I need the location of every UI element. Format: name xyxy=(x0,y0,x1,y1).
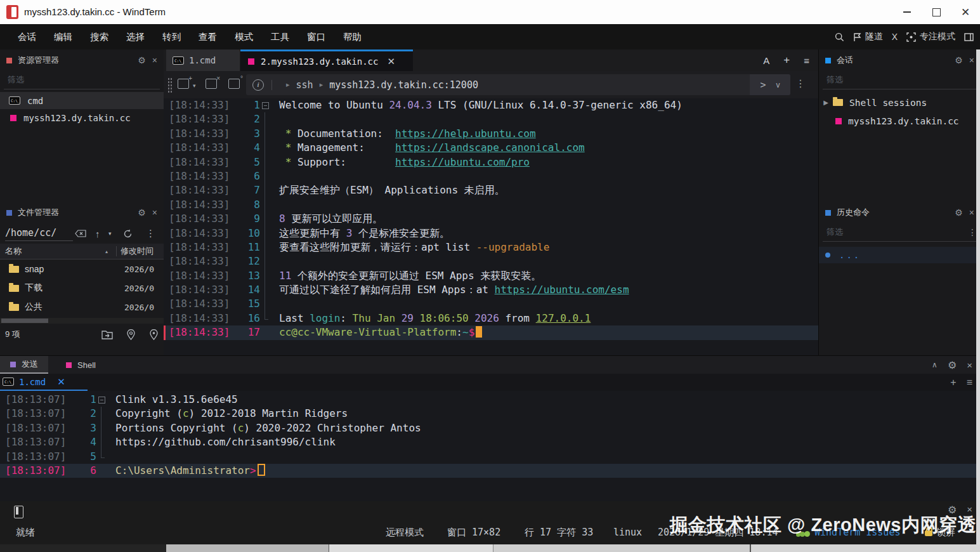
fold-guide xyxy=(96,421,107,435)
horizontal-scrollbar[interactable] xyxy=(0,318,164,324)
tab-menu-icon[interactable]: ≡ xyxy=(804,55,809,66)
location-target-icon[interactable] xyxy=(149,329,159,340)
bottom-tab-1-cmd[interactable]: C:\_ 1.cmd ✕ xyxy=(3,374,65,390)
fold-guide xyxy=(260,141,270,155)
bottom-terminal[interactable]: [18:13:07]1Clink v1.3.15.6e6e45[18:13:07… xyxy=(0,393,980,478)
path-input[interactable]: /home/cc/ xyxy=(5,226,73,241)
close-pane-icon[interactable]: × xyxy=(206,79,217,89)
session-group-shell-sessions[interactable]: ▶ Shell sessions xyxy=(819,93,980,112)
minimize-button[interactable] xyxy=(892,0,922,24)
line-timestamp: [18:14:33] xyxy=(164,297,232,311)
close-icon[interactable]: × xyxy=(152,55,157,65)
open-folder-icon[interactable] xyxy=(101,329,113,339)
session-filter-input[interactable]: 筛选 xyxy=(823,71,977,89)
menu-item-1[interactable]: 编辑 xyxy=(45,31,81,43)
line-timestamp: [18:13:07] xyxy=(0,393,69,407)
right-sidebar: 会话 ⚙ × 筛选 ▶ Shell sessions myssh123.dy.t… xyxy=(818,49,980,355)
gear-icon[interactable]: ⚙ xyxy=(955,55,963,65)
close-icon[interactable]: × xyxy=(969,207,974,218)
menu-item-8[interactable]: 窗口 xyxy=(298,31,334,43)
tab-2-myssh[interactable]: 2.myssh123.dy.takin.cc ✕ xyxy=(240,49,413,71)
menu-item-9[interactable]: 帮助 xyxy=(334,31,370,43)
pane-caret-icon[interactable]: ▾ xyxy=(193,82,196,89)
tab-close-icon[interactable]: ✕ xyxy=(387,56,395,67)
close-button[interactable]: ✕ xyxy=(951,0,980,24)
column-modified[interactable]: 修改时间 xyxy=(121,246,154,257)
history-item[interactable]: ... xyxy=(819,247,980,263)
menu-item-2[interactable]: 搜索 xyxy=(81,31,117,43)
tab-close-icon[interactable]: ✕ xyxy=(57,376,65,388)
terminal-line-5: [18:14:33]5 * Support: https://ubuntu.co… xyxy=(164,155,818,169)
line-timestamp: [18:14:33] xyxy=(164,227,232,240)
expand-arrow-icon[interactable]: ▶ xyxy=(821,99,830,106)
kebab-menu-icon[interactable]: ⋮ xyxy=(146,228,155,239)
status-os[interactable]: linux xyxy=(613,527,642,538)
info-icon[interactable]: i xyxy=(252,79,264,91)
status-remote-mode[interactable]: 远程模式 xyxy=(386,527,424,539)
close-icon[interactable]: × xyxy=(152,207,157,218)
chevron-down-icon[interactable]: ▾ xyxy=(108,230,112,237)
kebab-menu-icon[interactable]: ⋮ xyxy=(968,227,977,237)
layout-icon[interactable] xyxy=(964,33,974,41)
session-item-myssh[interactable]: myssh123.dy.takin.cc xyxy=(819,112,980,130)
kebab-menu-icon[interactable]: ⋮ xyxy=(795,77,806,89)
tab-menu-icon[interactable]: ≡ xyxy=(967,377,972,388)
history-filter-input[interactable]: 筛选 ⋮ xyxy=(823,223,977,242)
protocol-label[interactable]: ssh xyxy=(296,79,313,91)
menu-item-7[interactable]: 工具 xyxy=(262,31,298,43)
file-table-header[interactable]: 名称 ▴ 修改时间 xyxy=(0,244,164,260)
left-sidebar: 资源管理器 ⚙ × 筛选 C:\_cmdmyssh123.dy.takin.cc… xyxy=(0,49,164,355)
menu-item-5[interactable]: 查看 xyxy=(190,31,226,43)
menu-item-4[interactable]: 转到 xyxy=(154,31,190,43)
status-line-char[interactable]: 行 17 字符 33 xyxy=(525,527,593,539)
line-content xyxy=(270,169,279,183)
windterm-status-logo-icon xyxy=(14,506,23,518)
maximize-button[interactable] xyxy=(922,0,951,24)
gear-icon[interactable]: ⚙ xyxy=(138,207,146,218)
explorer-item-1[interactable]: myssh123.dy.takin.cc xyxy=(0,109,164,126)
main-terminal[interactable]: [18:14:33]1Welcome to Ubuntu 24.04.3 LTS… xyxy=(164,98,818,340)
status-window-size[interactable]: 窗口 17×82 xyxy=(447,527,500,539)
gear-icon[interactable]: ⚙ xyxy=(948,359,957,371)
close-icon[interactable]: × xyxy=(969,55,974,65)
dropdown-chevron-icon[interactable]: v xyxy=(776,81,780,89)
terminal-line-1: [18:13:07]1Clink v1.3.15.6e6e45 xyxy=(0,393,980,407)
window-edge-scrollbar[interactable] xyxy=(976,49,980,544)
menu-item-6[interactable]: 模式 xyxy=(226,31,262,43)
close-icon[interactable]: × xyxy=(967,360,972,371)
up-arrow-icon[interactable]: ↑ xyxy=(95,228,100,239)
new-tab-button[interactable]: + xyxy=(783,54,790,67)
tunnel-menu[interactable]: 隧道 xyxy=(853,31,883,43)
refresh-icon[interactable] xyxy=(123,229,133,239)
run-chevron-icon[interactable]: > xyxy=(760,79,766,91)
x-menu[interactable]: X xyxy=(892,32,898,42)
fold-toggle-icon[interactable] xyxy=(96,393,107,407)
tab-shell[interactable]: Shell xyxy=(57,356,105,374)
font-button[interactable]: A xyxy=(763,55,769,66)
drag-handle[interactable] xyxy=(167,77,173,93)
menu-item-3[interactable]: 选择 xyxy=(117,31,154,43)
location-pin-icon[interactable] xyxy=(127,329,135,340)
collapse-chevron-icon[interactable]: ∧ xyxy=(932,360,938,369)
file-row-公共[interactable]: 公共2026/0 xyxy=(0,298,164,317)
address-bar[interactable]: i ▸ ssh ▸ myssh123.dy.takin.cc:12000 > v xyxy=(246,74,790,95)
explorer-filter-input[interactable]: 筛选 xyxy=(4,71,160,89)
search-icon[interactable] xyxy=(835,32,844,42)
pane-options-icon[interactable]: ° xyxy=(228,79,240,89)
host-label[interactable]: myssh123.dy.takin.cc:12000 xyxy=(329,79,478,91)
fold-toggle-icon[interactable] xyxy=(260,98,270,112)
new-pane-icon[interactable]: + xyxy=(178,79,189,89)
tab-1-cmd[interactable]: C:\_ 1.cmd xyxy=(166,49,240,71)
bottom-panel: 发送 Shell ∧ ⚙ × C:\_ 1.cmd ✕ + ≡ xyxy=(0,355,980,502)
gear-icon[interactable]: ⚙ xyxy=(955,207,963,218)
explorer-item-0[interactable]: C:\_cmd xyxy=(0,92,164,109)
line-timestamp: [18:14:33] xyxy=(164,198,232,212)
focus-mode-menu[interactable]: 专注模式 xyxy=(906,31,955,43)
file-row-下载[interactable]: 下载2026/0 xyxy=(0,279,164,298)
new-tab-button[interactable]: + xyxy=(950,377,956,388)
gear-icon[interactable]: ⚙ xyxy=(138,55,146,65)
file-row-snap[interactable]: snap2026/0 xyxy=(0,260,164,279)
tab-send[interactable]: 发送 xyxy=(0,356,48,374)
backspace-icon[interactable] xyxy=(75,230,86,237)
menu-item-0[interactable]: 会话 xyxy=(9,31,45,43)
